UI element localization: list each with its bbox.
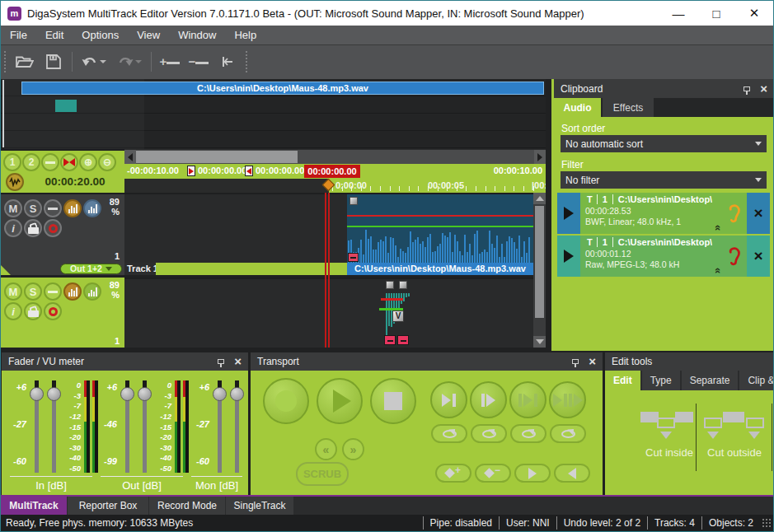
loop-4-button[interactable]	[550, 424, 586, 443]
open-file-button[interactable]	[14, 51, 35, 72]
mon-fader-right[interactable]	[230, 380, 244, 473]
rewind-button[interactable]: «	[315, 438, 337, 460]
track1-meter-mode-button[interactable]	[63, 199, 82, 217]
hscroll-left-arrow[interactable]	[124, 150, 136, 164]
tab-multitrack[interactable]: MultiTrack	[1, 497, 67, 515]
clipboard-item[interactable]: T 1 C:\Users\nin\Desktop\ 00:00:28.53 BW…	[557, 193, 770, 234]
track1-minimize-button[interactable]	[44, 199, 62, 217]
tab-type[interactable]: Type	[642, 371, 680, 390]
fader-knob[interactable]	[230, 387, 244, 401]
track1-selection-bar[interactable]	[156, 263, 347, 275]
go-to-start-button[interactable]	[217, 51, 238, 72]
clip2-marker-right[interactable]	[397, 335, 409, 345]
prelisten-ear-icon[interactable]	[724, 236, 745, 277]
save-button[interactable]	[43, 51, 64, 72]
tab-effects[interactable]: Effects	[603, 98, 654, 117]
collapse-chevron-icon[interactable]: «	[712, 268, 722, 273]
scrub-button[interactable]: SCRUB	[296, 462, 349, 486]
fader-knob[interactable]	[120, 387, 134, 401]
clipboard-item[interactable]: T 1 C:\Users\nin\Desktop\ 00:00:01.12 Ra…	[557, 236, 770, 277]
fader-pin-icon[interactable]	[218, 359, 224, 364]
transport-close-icon[interactable]: ×	[589, 357, 596, 366]
track1-lock-button[interactable]	[24, 219, 42, 237]
toolbar-grip[interactable]	[246, 51, 248, 72]
tab-separate[interactable]: Separate	[682, 371, 739, 390]
track1-clip-filename[interactable]: C:\Users\nin\Desktop\Maus-48.mp3.wav	[347, 263, 533, 275]
menu-window[interactable]: Window	[169, 29, 225, 41]
zoom-out-button[interactable]: −	[188, 51, 209, 72]
zoom-to-selection-button[interactable]	[60, 153, 78, 171]
tab-record-mode[interactable]: Record Mode	[149, 497, 225, 515]
fader-knob[interactable]	[138, 387, 152, 401]
close-button[interactable]: ✕	[735, 1, 773, 26]
fader-close-icon[interactable]: ×	[234, 357, 242, 366]
hscroll-thumb[interactable]	[136, 151, 298, 163]
mon-fader-left[interactable]	[213, 380, 227, 473]
next-marker-button[interactable]	[514, 464, 551, 483]
tab-singletrack[interactable]: SingleTrack	[226, 497, 293, 515]
clip2-red-level-line[interactable]	[381, 298, 403, 301]
tab-audio[interactable]: Audio	[554, 98, 601, 117]
vscroll-thumb[interactable]	[535, 206, 544, 318]
remove-marker-button[interactable]: −	[475, 464, 511, 483]
track1-solo-button[interactable]: S	[24, 199, 42, 217]
sort-order-dropdown[interactable]: No automatic sort	[561, 135, 767, 152]
track2-record-button[interactable]	[44, 302, 62, 320]
tab-clip-insert[interactable]: Clip & I	[739, 371, 773, 390]
clip-red-level-line[interactable]	[347, 215, 533, 217]
redo-dropdown-icon[interactable]	[135, 60, 142, 63]
clip-green-level-line[interactable]	[347, 226, 533, 227]
mark-out-flag-icon[interactable]	[245, 166, 253, 176]
clipboard-item-delete-button[interactable]: ×	[747, 236, 770, 277]
undo-dropdown-icon[interactable]	[100, 60, 106, 63]
loop-1-button[interactable]	[431, 424, 467, 443]
timeline-hscrollbar[interactable]	[124, 150, 546, 164]
hscroll-right-arrow[interactable]	[534, 150, 546, 164]
track2-lock-button[interactable]	[24, 302, 42, 320]
redo-button[interactable]	[115, 51, 143, 72]
track1-name[interactable]: Track 1	[127, 264, 158, 273]
track2-minimize-button[interactable]	[44, 282, 62, 301]
filter-dropdown[interactable]: No filter	[561, 171, 767, 189]
waveform-zoom-button[interactable]	[6, 173, 24, 191]
transport-pin-icon[interactable]	[572, 359, 579, 364]
fader-knob[interactable]	[47, 387, 61, 401]
clipboard-item-play-button[interactable]	[557, 193, 580, 234]
mark-in-flag-icon[interactable]	[187, 166, 195, 176]
track2-meter-mode-button[interactable]	[63, 282, 82, 301]
track1-audio-clip[interactable]	[347, 194, 533, 263]
zoom-minus-button[interactable]	[41, 153, 59, 171]
timeline-ruler-scale[interactable]: 0:00:00 00:00:05 |00:	[124, 179, 546, 193]
zoom-preset-2-button[interactable]: 2	[22, 153, 40, 171]
collapse-chevron-icon[interactable]: «	[712, 225, 722, 231]
tracks-vscrollbar[interactable]	[533, 193, 546, 348]
tab-reporter-box[interactable]: Reporter Box	[68, 497, 148, 515]
menu-help[interactable]: Help	[225, 29, 265, 41]
zoom-preset-1-button[interactable]: 1	[3, 153, 21, 171]
play-skip-button[interactable]	[549, 381, 586, 418]
out-fader-right[interactable]	[138, 380, 152, 473]
clipboard-item-play-button[interactable]	[557, 236, 580, 277]
prev-marker-button[interactable]	[554, 464, 590, 483]
track1-level-display-button[interactable]	[83, 199, 101, 217]
track2-solo-button[interactable]: S	[24, 282, 42, 301]
undo-button[interactable]	[80, 51, 108, 72]
zoom-in-button[interactable]: +	[159, 51, 181, 72]
minimize-button[interactable]: —	[659, 1, 697, 26]
tab-edit[interactable]: Edit	[605, 371, 640, 390]
project-overview[interactable]: C:\Users\nin\Desktop\Maus-48.mp3.wav	[1, 79, 550, 149]
playhead-line[interactable]	[325, 193, 326, 348]
forward-button[interactable]: »	[342, 438, 364, 460]
track1-mute-button[interactable]: M	[4, 199, 22, 217]
timeline-ruler-markers[interactable]: -00:00:10.00 00:00:00.00 00:00:00.00 00:…	[124, 164, 546, 179]
overview-clip-track1[interactable]: C:\Users\nin\Desktop\Maus-48.mp3.wav	[21, 82, 544, 95]
vscroll-up-arrow[interactable]	[533, 193, 546, 204]
fader-knob[interactable]	[30, 387, 44, 401]
vscroll-down-arrow[interactable]	[533, 336, 546, 348]
menu-options[interactable]: Options	[73, 29, 128, 41]
clip2-handle-left[interactable]	[386, 281, 394, 289]
prelisten-ear-icon[interactable]	[724, 193, 745, 234]
cut-outside-tool[interactable]: Cut outside	[697, 412, 772, 460]
track2-mute-button[interactable]: M	[4, 282, 22, 301]
zoom-out-timeline-button[interactable]: ⊖	[98, 153, 116, 171]
